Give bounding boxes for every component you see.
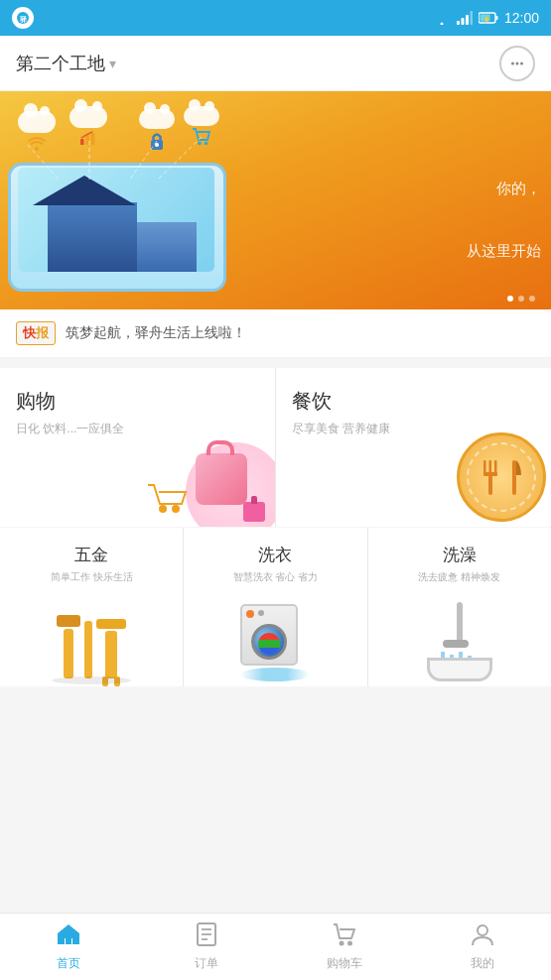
banner-description: 从这里开始 xyxy=(467,242,541,259)
svg-rect-5 xyxy=(466,15,469,25)
app-logo: 驿 xyxy=(12,7,34,29)
news-bar: 快报 筑梦起航，驿舟生活上线啦！ xyxy=(0,309,551,358)
message-button[interactable] xyxy=(499,46,535,81)
svg-point-40 xyxy=(339,941,344,946)
time-display: 12:00 xyxy=(504,10,539,26)
dropdown-arrow-icon: ▾ xyxy=(109,56,116,71)
cart-icon xyxy=(332,921,357,951)
svg-point-41 xyxy=(347,941,352,946)
banner-illustration xyxy=(0,101,258,300)
laundry-title: 洗衣 xyxy=(196,544,354,566)
nav-home-label: 首页 xyxy=(57,955,80,972)
shower-title: 洗澡 xyxy=(380,544,539,566)
svg-rect-8 xyxy=(495,16,497,20)
svg-rect-4 xyxy=(461,18,464,25)
header: 第二个工地 ▾ xyxy=(0,36,551,91)
category-dining[interactable]: 餐饮 尽享美食 营养健康 xyxy=(276,368,551,527)
svg-rect-35 xyxy=(66,938,71,944)
category-shower[interactable]: 洗澡 洗去疲惫 精神焕发 xyxy=(368,528,551,686)
status-bar-right: ⚡ 12:00 xyxy=(433,10,539,26)
battery-icon: ⚡ xyxy=(479,12,498,24)
shopping-illustration xyxy=(136,418,275,527)
header-title-area[interactable]: 第二个工地 ▾ xyxy=(16,52,116,75)
svg-rect-16 xyxy=(85,135,89,145)
svg-rect-3 xyxy=(457,21,460,25)
shower-desc: 洗去疲惫 精神焕发 xyxy=(380,570,539,584)
svg-rect-29 xyxy=(488,475,492,495)
bottom-nav: 首页 订单 购物车 xyxy=(0,913,551,980)
svg-point-28 xyxy=(172,505,180,513)
nav-profile-label: 我的 xyxy=(471,955,494,972)
laundry-illustration xyxy=(240,604,310,681)
orders-icon xyxy=(194,921,219,951)
svg-point-27 xyxy=(159,505,167,513)
svg-point-11 xyxy=(511,61,514,64)
svg-rect-31 xyxy=(489,460,492,474)
svg-rect-17 xyxy=(91,133,95,145)
hardware-title: 五金 xyxy=(12,544,171,566)
nav-home[interactable]: 首页 xyxy=(0,914,138,980)
svg-point-14 xyxy=(35,147,39,151)
news-badge: 快报 xyxy=(16,321,56,345)
profile-icon xyxy=(470,921,495,951)
nav-cart-label: 购物车 xyxy=(327,955,362,972)
hero-banner[interactable]: 你的， 智慧生活 从这里开始 xyxy=(0,91,551,309)
news-text: 筑梦起航，驿舟生活上线啦！ xyxy=(66,324,246,342)
home-icon xyxy=(56,921,81,951)
page-title: 第二个工地 xyxy=(16,52,105,75)
dining-illustration xyxy=(457,432,546,522)
svg-point-20 xyxy=(198,142,202,146)
hardware-illustration xyxy=(57,615,126,678)
svg-text:驿: 驿 xyxy=(19,16,27,23)
svg-point-13 xyxy=(520,61,523,64)
bottom-categories: 五金 简单工作 快乐生活 洗衣 智慧洗衣 省心 省力 xyxy=(0,528,551,686)
status-bar-left: 驿 xyxy=(12,7,34,29)
banner-dots xyxy=(507,296,535,302)
svg-point-12 xyxy=(516,61,519,64)
svg-rect-15 xyxy=(80,139,84,145)
category-hardware[interactable]: 五金 简单工作 快乐生活 xyxy=(0,528,183,686)
svg-text:⚡: ⚡ xyxy=(482,15,491,24)
svg-rect-34 xyxy=(512,460,516,495)
shopping-title: 购物 xyxy=(16,388,259,415)
top-categories: 购物 日化 饮料...一应俱全 餐饮 尽享美食 营养健康 xyxy=(0,368,551,527)
svg-rect-33 xyxy=(483,472,497,476)
nav-orders-label: 订单 xyxy=(195,955,218,972)
shower-illustration xyxy=(425,602,494,681)
svg-point-19 xyxy=(155,143,159,147)
wifi-icon xyxy=(433,11,451,25)
nav-profile[interactable]: 我的 xyxy=(413,914,551,980)
svg-point-42 xyxy=(478,925,487,935)
svg-rect-30 xyxy=(483,460,486,474)
nav-cart[interactable]: 购物车 xyxy=(276,914,414,980)
nav-orders[interactable]: 订单 xyxy=(138,914,276,980)
svg-rect-6 xyxy=(470,11,473,25)
category-shopping[interactable]: 购物 日化 饮料...一应俱全 xyxy=(0,368,275,527)
svg-rect-32 xyxy=(494,460,497,474)
category-laundry[interactable]: 洗衣 智慧洗衣 省心 省力 xyxy=(184,528,366,686)
laundry-desc: 智慧洗衣 省心 省力 xyxy=(196,570,354,584)
svg-point-2 xyxy=(440,23,443,26)
banner-subtitle: 你的， xyxy=(496,180,541,196)
svg-point-21 xyxy=(205,142,208,146)
dining-title: 餐饮 xyxy=(292,388,535,415)
signal-icon xyxy=(457,11,473,25)
hardware-desc: 简单工作 快乐生活 xyxy=(12,570,171,584)
status-bar: 驿 ⚡ 12:00 xyxy=(0,0,551,36)
